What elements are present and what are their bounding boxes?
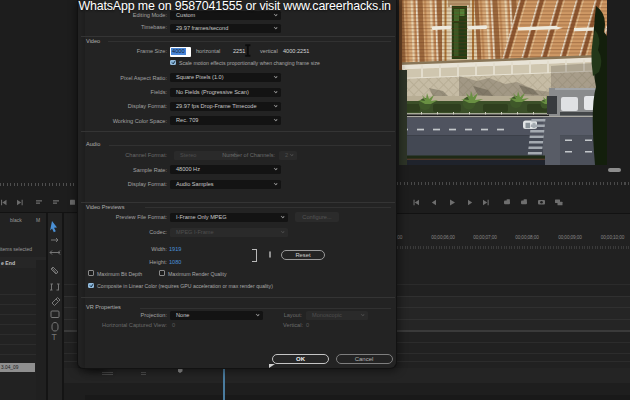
svg-text:T: T — [52, 332, 57, 342]
